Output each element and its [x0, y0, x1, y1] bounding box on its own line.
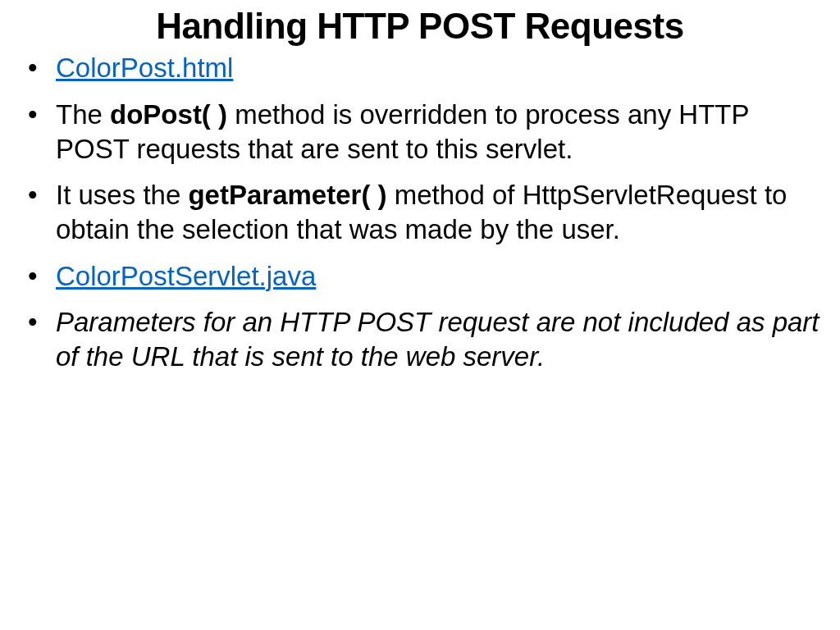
bullet-item: ColorPost.html — [16, 51, 824, 85]
link-colorpost-html[interactable]: ColorPost.html — [56, 52, 233, 83]
link-colorpostservlet-java[interactable]: ColorPostServlet.java — [56, 261, 316, 291]
bullet-list: ColorPost.html The doPost( ) method is o… — [16, 51, 824, 374]
bullet-item: It uses the getParameter( ) method of Ht… — [16, 178, 824, 247]
bullet-item: The doPost( ) method is overridden to pr… — [16, 98, 824, 167]
bullet-text: It uses the — [56, 180, 188, 210]
bullet-text: The — [56, 99, 110, 130]
bullet-item: Parameters for an HTTP POST request are … — [16, 305, 824, 374]
bold-text: getParameter( ) — [188, 180, 386, 210]
slide-title: Handling HTTP POST Requests — [16, 7, 824, 46]
slide-container: Handling HTTP POST Requests ColorPost.ht… — [0, 0, 840, 630]
italic-text: Parameters for an HTTP POST request are … — [56, 307, 819, 372]
bold-text: doPost( ) — [110, 99, 227, 130]
bullet-item: ColorPostServlet.java — [16, 259, 824, 294]
